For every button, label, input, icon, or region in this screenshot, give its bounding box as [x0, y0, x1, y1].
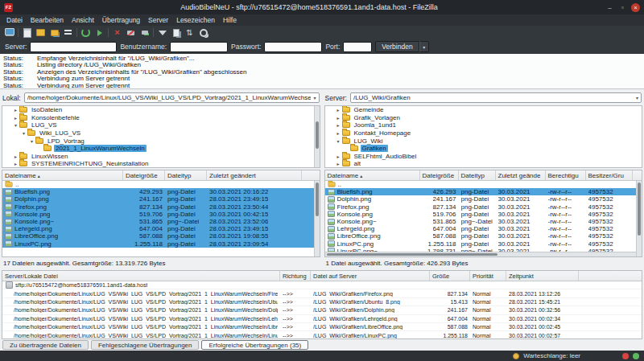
scrollbar-thumb[interactable] — [316, 183, 319, 216]
column-header-dateigröße[interactable]: Dateigröße — [420, 170, 459, 180]
tree-item[interactable]: ▸SELFhtml_AudioBibel — [325, 153, 642, 161]
column-header-dateigröße[interactable]: Dateigröße — [123, 170, 165, 180]
menu-item-lesezeichen[interactable]: Lesezeichen — [172, 16, 219, 24]
queue-server-row[interactable]: sftp://u76515472@home518376591.1and1-dat… — [2, 281, 642, 289]
expander-icon[interactable]: ▸ — [335, 130, 342, 136]
tree-item[interactable]: ▾Wiki_LUG_VS — [2, 129, 320, 137]
local-path-combo[interactable]: /home/holger/Dokumente/Linux/LUG_VS/Wiki… — [24, 92, 320, 103]
file-row[interactable]: Konsole.png~531.865png~-Datei28.03.2021 … — [2, 218, 320, 225]
column-header-server-lokale-datei[interactable]: Server/Lokale Datei — [2, 271, 280, 281]
column-header-berechtigu[interactable]: Berechtigu — [546, 170, 586, 180]
file-row[interactable]: Bluefish.png429.293png-Datei30.03.2021 2… — [2, 188, 320, 195]
tree-item[interactable]: Grafiken — [325, 145, 642, 153]
tree-item[interactable]: ▸LinuxWissen — [2, 153, 320, 161]
ok-indicator-icon[interactable] — [633, 353, 639, 359]
file-row[interactable]: Konsole.png519.706png-Datei30.03.2021-rw… — [325, 211, 642, 218]
expander-icon[interactable]: ▸ — [12, 115, 19, 121]
file-row[interactable]: Dolphin.png241.167png-Datei30.03.2021-rw… — [325, 195, 642, 203]
queue-row[interactable]: /home/holger/Dokumente/Linux/LUG_VS/Wiki… — [2, 315, 642, 323]
tree-item[interactable]: ▸Konsolenbefehle — [2, 114, 320, 122]
local-tree-scrollbar[interactable] — [314, 106, 320, 167]
tree-item[interactable]: ▾LUG_Wiki — [325, 137, 642, 145]
expander-icon[interactable]: ▸ — [335, 107, 342, 113]
site-manager-icon[interactable] — [4, 27, 14, 38]
column-header-dateiname[interactable]: Dateiname▴ — [2, 170, 123, 180]
tree-item[interactable]: ▸IsoDateien — [2, 106, 320, 114]
tree-item[interactable]: ▸alt — [325, 160, 642, 168]
expander-icon[interactable]: ▾ — [28, 138, 35, 144]
column-header-größe[interactable]: Größe — [430, 271, 470, 281]
column-header-zuletzt-geände[interactable]: Zuletzt geände — [496, 170, 546, 180]
scrollbar-thumb[interactable] — [638, 183, 641, 236]
expander-icon[interactable]: ▸ — [12, 154, 19, 159]
cancel-icon[interactable] — [112, 27, 122, 38]
file-row[interactable]: LibreOffice.png587.088png-Datei30.03.202… — [325, 232, 642, 240]
file-row[interactable]: Lehrgeld.png647.004png-Datei28.03.2021 2… — [2, 225, 320, 232]
port-input[interactable] — [343, 42, 372, 52]
compare-icon[interactable] — [171, 27, 181, 38]
tree-item[interactable]: ▸Grafik_Vorlagen — [325, 114, 642, 122]
file-row[interactable]: Lehrgeld.png647.004png-Datei30.03.2021-r… — [325, 225, 642, 232]
tree-item[interactable]: ▸Kontakt_Homepage — [325, 129, 642, 137]
quickconnect-dropdown-icon[interactable]: ▾ — [419, 41, 429, 52]
reconnect-icon[interactable] — [139, 27, 150, 38]
column-header-datei-auf-server[interactable]: Datei auf Server — [311, 271, 430, 281]
disconnect-icon[interactable] — [126, 27, 136, 38]
file-row[interactable]: .. — [2, 181, 320, 188]
sync-browse-icon[interactable] — [184, 27, 195, 38]
username-input[interactable] — [170, 42, 228, 52]
toggle-local-tree-icon[interactable] — [35, 27, 46, 38]
menu-item-server[interactable]: Server — [144, 16, 172, 24]
file-row[interactable]: Bluefish.png426.293png-Datei30.03.2021-r… — [325, 188, 642, 195]
menu-item-hilfe[interactable]: Hilfe — [219, 16, 241, 24]
expander-icon[interactable]: ▸ — [335, 161, 342, 166]
column-header-dateityp[interactable]: Dateityp — [165, 170, 207, 180]
error-indicator-icon[interactable] — [622, 353, 629, 359]
maximize-button[interactable]: ▫ — [618, 3, 627, 12]
password-input[interactable] — [264, 42, 322, 52]
file-row[interactable]: LinuxPC.png1.255.118png-Datei30.03.2021-… — [325, 240, 642, 248]
expander-icon[interactable]: ▸ — [12, 161, 19, 166]
titlebar[interactable]: FZ AudioBibelNeU - sftp://u76515472@home… — [0, 0, 644, 14]
file-row[interactable]: Firefox.png827.134png-Datei28.03.2021 23… — [2, 203, 320, 211]
tree-item[interactable]: ▾LUG_VS — [2, 121, 320, 129]
remote-list-hscrollbar[interactable] — [325, 252, 637, 256]
menu-item-übertragung[interactable]: Übertragung — [98, 16, 144, 24]
tree-item[interactable]: 2021_1_LinuxWarumWechseln — [2, 145, 320, 153]
close-button[interactable]: × — [631, 3, 640, 12]
file-row[interactable]: Firefox.png827.134png-Datei30.03.2021-rw… — [325, 203, 642, 211]
toggle-remote-tree-icon[interactable] — [49, 27, 60, 38]
queue-tab-erfolgreiche-übertragungen-35-[interactable]: Erfolgreiche Übertragungen (35) — [201, 340, 308, 350]
file-row[interactable]: .. — [325, 181, 642, 188]
column-header-besitzer-gru[interactable]: Besitzer/Gru — [586, 170, 633, 180]
menu-item-datei[interactable]: Datei — [2, 16, 27, 24]
scrollbar-thumb[interactable] — [316, 121, 319, 149]
queue-row[interactable]: /home/holger/Dokumente/Linux/LUG_VS/Wiki… — [2, 323, 642, 331]
tree-item[interactable]: ▸Joomla_1und1 — [325, 121, 642, 129]
menu-item-bearbeiten[interactable]: Bearbeiten — [27, 16, 68, 24]
queue-row[interactable]: /home/holger/Dokumente/Linux/LUG_VS/Wiki… — [2, 298, 642, 306]
server-input[interactable] — [30, 42, 117, 52]
queue-row[interactable]: /home/holger/Dokumente/Linux/LUG_VS/Wiki… — [2, 331, 642, 338]
chevron-down-icon[interactable]: ▾ — [634, 95, 638, 101]
quickconnect-button[interactable]: Verbinden — [375, 41, 419, 52]
queue-tab-fehlgeschlagene-übertragungen[interactable]: Fehlgeschlagene Übertragungen — [91, 340, 200, 350]
column-header-zuletzt-geändert[interactable]: Zuletzt geändert — [207, 170, 302, 180]
file-row[interactable]: Konsole.png~531.865png~-Datei30.03.2021-… — [325, 218, 642, 225]
file-row[interactable]: Konsole.png519.706png-Datei30.03.2021 00… — [2, 211, 320, 218]
menu-item-ansicht[interactable]: Ansicht — [68, 16, 98, 24]
file-row[interactable]: LibreOffice.png587.088png-Datei28.03.202… — [2, 232, 320, 240]
file-row[interactable]: Dolphin.png241.167png-Datei28.03.2021 23… — [2, 195, 320, 203]
column-header-dateiname[interactable]: Dateiname▴ — [325, 170, 420, 180]
toggle-log-icon[interactable] — [22, 27, 32, 38]
tree-item[interactable]: ▸SYSTEMEINRICHTUNG_Neuinstallation — [2, 160, 320, 168]
filter-icon[interactable] — [157, 27, 167, 38]
expander-icon[interactable]: ▸ — [335, 115, 342, 121]
refresh-icon[interactable] — [80, 27, 91, 38]
tree-item[interactable]: ▾LPD_Vortrag — [2, 137, 320, 145]
toggle-queue-icon[interactable] — [63, 27, 73, 38]
column-header-richtung[interactable]: Richtung — [280, 271, 311, 281]
column-header-priorität[interactable]: Priorität — [470, 271, 506, 281]
find-icon[interactable] — [198, 27, 208, 38]
file-row[interactable]: LinuxPC.png1.255.118png-Datei28.03.2021 … — [2, 240, 320, 248]
